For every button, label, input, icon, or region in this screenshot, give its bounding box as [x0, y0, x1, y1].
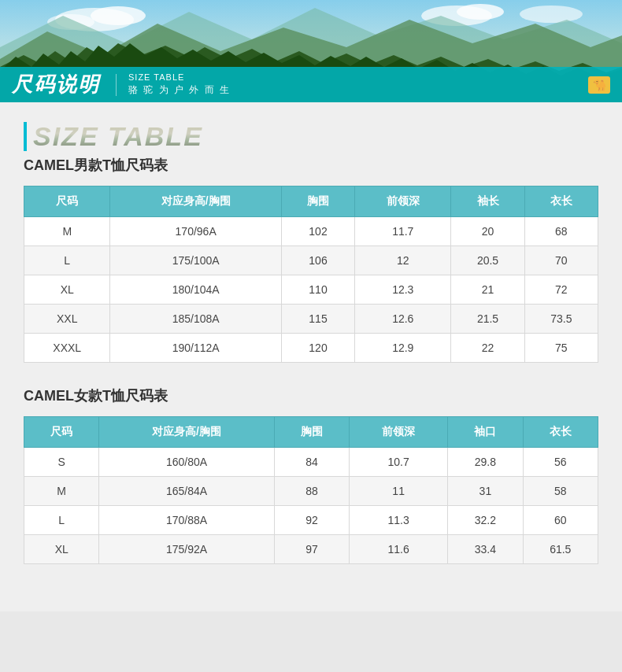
women-table-body: S160/80A8410.729.856M165/84A88113158L170…	[24, 448, 598, 564]
women-table-header: 尺码 对应身高/胸围 胸围 前领深 袖口 衣长	[24, 417, 598, 448]
table-cell: L	[24, 246, 110, 275]
table-cell: 170/88A	[99, 506, 274, 535]
table-row: M170/96A10211.72068	[24, 217, 598, 246]
table-cell: 170/96A	[110, 217, 281, 246]
women-col-length: 衣长	[523, 417, 598, 448]
table-row: L175/100A1061220.570	[24, 246, 598, 275]
table-cell: 58	[523, 477, 598, 506]
table-cell: 11.7	[355, 217, 451, 246]
table-cell: XXL	[24, 305, 110, 334]
women-col-chest: 胸围	[274, 417, 349, 448]
table-cell: M	[24, 477, 99, 506]
men-table-body: M170/96A10211.72068L175/100A1061220.570X…	[24, 217, 598, 363]
table-cell: 11.3	[350, 506, 448, 535]
men-table-title: CAMEL男款T恤尺码表	[24, 156, 598, 175]
table-cell: M	[24, 217, 110, 246]
table-cell: 160/80A	[99, 448, 274, 477]
table-cell: 60	[523, 506, 598, 535]
table-cell: 21.5	[451, 305, 524, 334]
icon-symbol: 🐪	[593, 79, 606, 91]
table-cell: 115	[281, 305, 354, 334]
table-cell: 72	[524, 275, 598, 305]
table-cell: 31	[448, 477, 523, 506]
men-col-size: 尺码	[24, 186, 110, 217]
table-cell: 180/104A	[110, 275, 281, 305]
table-cell: L	[24, 506, 99, 535]
hero-banner: 尺码说明 SIZE TABLE 骆 驼 为 户 外 而 生 🐪	[0, 0, 622, 102]
table-cell: 106	[281, 246, 354, 275]
table-cell: 70	[524, 246, 598, 275]
main-content: SIZE TABLE CAMEL男款T恤尺码表 尺码 对应身高/胸围 胸围 前领…	[0, 102, 622, 611]
table-cell: 20.5	[451, 246, 524, 275]
hero-subtitle-bottom: 骆 驼 为 户 外 而 生	[128, 83, 231, 97]
table-cell: 29.8	[448, 448, 523, 477]
table-cell: 102	[281, 217, 354, 246]
men-header-row: 尺码 对应身高/胸围 胸围 前领深 袖长 衣长	[24, 186, 598, 217]
table-cell: 12.3	[355, 275, 451, 305]
women-col-sleeve: 袖口	[448, 417, 523, 448]
table-cell: 185/108A	[110, 305, 281, 334]
size-table-big-text: SIZE TABLE	[24, 122, 598, 151]
table-cell: 175/92A	[99, 535, 274, 564]
table-cell: 165/84A	[99, 477, 274, 506]
table-cell: 190/112A	[110, 334, 281, 363]
table-cell: 12	[355, 246, 451, 275]
women-size-table: 尺码 对应身高/胸围 胸围 前领深 袖口 衣长 S160/80A8410.729…	[24, 416, 598, 564]
table-cell: 20	[451, 217, 524, 246]
table-row: S160/80A8410.729.856	[24, 448, 598, 477]
table-cell: 97	[274, 535, 349, 564]
men-col-chest: 胸围	[281, 186, 354, 217]
men-col-length: 衣长	[524, 186, 598, 217]
men-col-neck-depth: 前领深	[355, 186, 451, 217]
table-cell: S	[24, 448, 99, 477]
hero-title-bar: 尺码说明 SIZE TABLE 骆 驼 为 户 外 而 生 🐪	[0, 67, 622, 102]
table-cell: 110	[281, 275, 354, 305]
table-cell: 61.5	[523, 535, 598, 564]
table-row: M165/84A88113158	[24, 477, 598, 506]
table-cell: 120	[281, 334, 354, 363]
table-cell: 12.9	[355, 334, 451, 363]
table-cell: XL	[24, 535, 99, 564]
svg-point-5	[457, 4, 504, 20]
svg-point-2	[91, 6, 146, 25]
table-row: L170/88A9211.332.260	[24, 506, 598, 535]
table-cell: 11	[350, 477, 448, 506]
men-col-sleeve: 袖长	[451, 186, 524, 217]
table-row: XXL185/108A11512.621.573.5	[24, 305, 598, 334]
svg-point-6	[520, 6, 583, 23]
table-cell: 92	[274, 506, 349, 535]
men-size-table: 尺码 对应身高/胸围 胸围 前领深 袖长 衣长 M170/96A10211.72…	[24, 186, 598, 363]
size-table-heading: SIZE TABLE	[24, 122, 598, 151]
table-cell: 73.5	[524, 305, 598, 334]
table-row: XXXL190/112A12012.92275	[24, 334, 598, 363]
hero-main-title: 尺码说明	[12, 71, 100, 98]
table-cell: XL	[24, 275, 110, 305]
men-table-header: 尺码 对应身高/胸围 胸围 前领深 袖长 衣长	[24, 186, 598, 217]
women-header-row: 尺码 对应身高/胸围 胸围 前领深 袖口 衣长	[24, 417, 598, 448]
table-cell: 11.6	[350, 535, 448, 564]
table-cell: 175/100A	[110, 246, 281, 275]
table-cell: 84	[274, 448, 349, 477]
table-cell: 21	[451, 275, 524, 305]
table-cell: 56	[523, 448, 598, 477]
men-col-height-chest: 对应身高/胸围	[110, 186, 281, 217]
table-cell: 33.4	[448, 535, 523, 564]
hero-icon: 🐪	[588, 76, 610, 94]
table-cell: XXXL	[24, 334, 110, 363]
hero-subtitle-top: SIZE TABLE	[128, 72, 231, 82]
table-cell: 68	[524, 217, 598, 246]
table-cell: 12.6	[355, 305, 451, 334]
table-row: XL175/92A9711.633.461.5	[24, 535, 598, 564]
table-cell: 75	[524, 334, 598, 363]
women-col-size: 尺码	[24, 417, 99, 448]
table-row: XL180/104A11012.32172	[24, 275, 598, 305]
women-table-title: CAMEL女款T恤尺码表	[24, 386, 598, 405]
women-col-neck-depth: 前领深	[350, 417, 448, 448]
table-cell: 10.7	[350, 448, 448, 477]
women-col-height-chest: 对应身高/胸围	[99, 417, 274, 448]
table-cell: 22	[451, 334, 524, 363]
table-cell: 88	[274, 477, 349, 506]
table-cell: 32.2	[448, 506, 523, 535]
hero-subtitle-block: SIZE TABLE 骆 驼 为 户 外 而 生	[128, 72, 231, 97]
hero-divider	[116, 74, 117, 96]
